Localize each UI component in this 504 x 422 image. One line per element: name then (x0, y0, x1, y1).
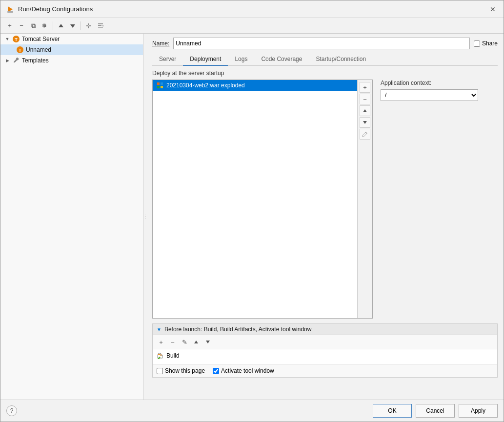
sort-up-button[interactable] (56, 20, 66, 31)
sidebar-item-templates[interactable]: ▶ Templates (0, 55, 143, 66)
run-debug-dialog: Run/Debug Configurations ✕ + − ⧉ (0, 0, 504, 422)
svg-rect-9 (98, 25, 101, 26)
right-panel: Name: Share Server Deployment Logs Code … (146, 34, 504, 400)
svg-rect-8 (98, 23, 103, 24)
sidebar: ▼ T Tomcat Server T Unna (0, 34, 143, 400)
svg-rect-10 (98, 27, 103, 28)
svg-rect-19 (161, 86, 163, 88)
deploy-remove-button[interactable]: − (360, 94, 370, 104)
svg-marker-20 (363, 109, 367, 112)
deploy-edit-button[interactable] (360, 129, 370, 140)
share-checkbox[interactable] (474, 40, 480, 47)
help-button[interactable]: ? (6, 405, 17, 416)
spacer (21, 404, 369, 418)
tab-logs[interactable]: Logs (228, 53, 254, 66)
expand-templates-icon[interactable]: ▶ (4, 58, 10, 63)
deploy-area: 20210304-web2:war exploded + − (152, 80, 498, 319)
tabs: Server Deployment Logs Code Coverage Sta… (152, 53, 498, 66)
name-input[interactable] (173, 38, 470, 49)
ok-button[interactable]: OK (373, 404, 412, 418)
before-launch-add-button[interactable]: + (156, 337, 166, 347)
before-launch-item-0: Build (157, 351, 493, 360)
deploy-item-label-0: 20210304-web2:war exploded (166, 82, 245, 89)
deploy-add-button[interactable]: + (360, 82, 370, 93)
svg-marker-2 (59, 24, 63, 27)
tab-code-coverage[interactable]: Code Coverage (254, 53, 309, 66)
name-row: Name: Share (152, 38, 498, 49)
svg-rect-16 (157, 82, 160, 85)
unnamed-icon: T (16, 46, 24, 54)
before-launch-move-down-button[interactable] (202, 337, 213, 347)
add-config-button[interactable]: + (4, 20, 15, 31)
svg-rect-6 (88, 23, 89, 25)
expand-tomcat-icon[interactable]: ▼ (4, 36, 10, 42)
svg-marker-23 (206, 341, 210, 343)
title-bar: Run/Debug Configurations ✕ (0, 0, 504, 18)
title-bar-left: Run/Debug Configurations (6, 5, 93, 13)
wrench-icon (12, 57, 20, 64)
move-button[interactable] (83, 20, 94, 31)
show-page-checkbox[interactable] (157, 368, 163, 374)
name-label: Name: (152, 40, 169, 47)
tomcat-server-label: Tomcat Server (22, 36, 60, 42)
svg-marker-22 (194, 341, 198, 343)
run-debug-icon (6, 5, 14, 13)
close-button[interactable]: ✕ (488, 4, 498, 14)
svg-text:T: T (19, 48, 21, 53)
deploy-list-container: 20210304-web2:war exploded + − (152, 80, 373, 319)
before-launch-title: Before launch: Build, Build Artifacts, A… (164, 326, 312, 333)
build-icon (157, 352, 163, 359)
svg-rect-18 (157, 86, 160, 88)
remove-config-button[interactable]: − (16, 20, 27, 31)
toolbar: + − ⧉ (0, 18, 504, 34)
toolbar-separator-2 (81, 21, 81, 30)
copy-config-button[interactable]: ⧉ (28, 20, 39, 31)
svg-marker-11 (102, 25, 103, 26)
bottom-left: ? (6, 404, 17, 418)
sidebar-item-tomcat-server[interactable]: ▼ T Tomcat Server (0, 34, 143, 44)
tab-startup-connection[interactable]: Startup/Connection (309, 53, 373, 66)
deploy-move-up-button[interactable] (360, 105, 370, 116)
before-launch-remove-button[interactable]: − (167, 337, 178, 347)
toolbar-separator-1 (53, 21, 53, 30)
before-launch-edit-button[interactable]: ✎ (179, 337, 190, 347)
activate-tool-window-label: Activate tool window (221, 367, 274, 374)
deploy-item-0[interactable]: 20210304-web2:war exploded (153, 80, 357, 91)
show-page-checkbox-area: Show this page (157, 367, 205, 374)
tomcat-server-icon: T (12, 35, 20, 43)
sidebar-item-unnamed[interactable]: T Unnamed (0, 44, 143, 55)
unnamed-label: Unnamed (26, 46, 51, 53)
activate-tool-window-checkbox[interactable] (213, 368, 219, 374)
sort-down-button[interactable] (67, 20, 78, 31)
svg-marker-3 (70, 24, 75, 28)
before-launch-item-label-0: Build (166, 352, 180, 359)
svg-rect-1 (7, 11, 13, 13)
show-page-label: Show this page (165, 367, 205, 374)
bottom-checkboxes: Show this page Activate tool window (153, 364, 497, 377)
app-context-area: Application context: / /app /web2 (381, 80, 498, 319)
before-launch-header: ▼ Before launch: Build, Build Artifacts,… (153, 324, 497, 335)
app-context-label: Application context: (381, 80, 498, 86)
share-area: Share (474, 40, 498, 47)
before-launch-toolbar: + − ✎ (153, 335, 497, 349)
deploy-move-down-button[interactable] (360, 117, 370, 128)
svg-marker-21 (363, 121, 367, 124)
apply-button[interactable]: Apply (459, 404, 498, 418)
tab-deployment[interactable]: Deployment (183, 53, 228, 66)
share-label: Share (482, 40, 498, 47)
before-launch-collapse-icon[interactable]: ▼ (157, 327, 161, 332)
before-launch-move-up-button[interactable] (191, 337, 202, 347)
order-button[interactable] (95, 20, 106, 31)
activate-tool-window-checkbox-area: Activate tool window (213, 367, 274, 374)
deploy-side-buttons: + − (357, 80, 372, 318)
deploy-at-startup-label: Deploy at the server startup (152, 70, 498, 77)
dialog-title: Run/Debug Configurations (18, 5, 93, 13)
settings-config-button[interactable] (40, 20, 50, 31)
before-launch-section: ▼ Before launch: Build, Build Artifacts,… (152, 323, 498, 378)
cancel-button[interactable]: Cancel (416, 404, 455, 418)
app-context-select[interactable]: / /app /web2 (381, 89, 478, 101)
deploy-list: 20210304-web2:war exploded (153, 80, 357, 318)
svg-rect-5 (89, 25, 91, 26)
svg-rect-4 (86, 25, 88, 26)
tab-server[interactable]: Server (152, 53, 183, 66)
